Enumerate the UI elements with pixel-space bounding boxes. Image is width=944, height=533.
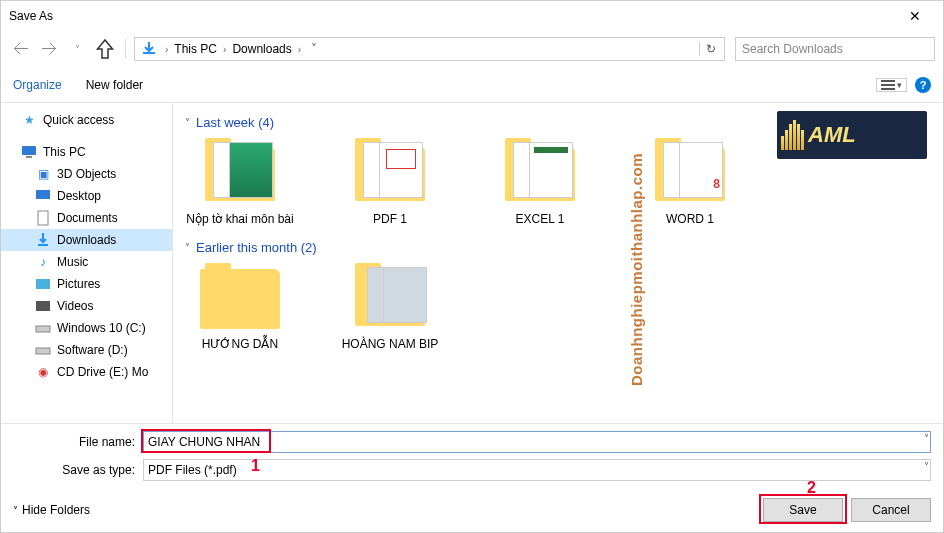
- search-input[interactable]: Search Downloads: [735, 37, 935, 61]
- organize-menu[interactable]: Organize: [13, 78, 62, 92]
- pictures-icon: [35, 276, 51, 292]
- folder-item[interactable]: EXCEL 1: [485, 138, 595, 226]
- address-bar: 🡠 🡢 ˅ › This PC › Downloads › ˅ ↻ Search…: [1, 31, 943, 67]
- folder-item[interactable]: HƯỚNG DẪN: [185, 263, 295, 351]
- chevron-down-icon: ˅: [185, 242, 190, 253]
- videos-icon: [35, 298, 51, 314]
- cd-icon: ◉: [35, 364, 51, 380]
- chevron-right-icon: ›: [161, 44, 172, 55]
- chevron-down-icon: ˅: [185, 117, 190, 128]
- svg-rect-1: [26, 156, 32, 158]
- svg-rect-2: [36, 190, 50, 199]
- recent-dropdown[interactable]: ˅: [65, 37, 89, 61]
- close-button[interactable]: ✕: [895, 8, 935, 24]
- sidebar-documents[interactable]: Documents: [1, 207, 172, 229]
- forward-button: 🡢: [37, 37, 61, 61]
- drive-icon: [35, 320, 51, 336]
- savetype-combo[interactable]: PDF Files (*.pdf): [143, 459, 931, 481]
- title-bar: Save As ✕: [1, 1, 943, 31]
- breadcrumb-thispc[interactable]: This PC: [172, 42, 219, 56]
- back-button[interactable]: 🡠: [9, 37, 33, 61]
- svg-rect-7: [36, 348, 50, 354]
- sidebar-cd-drive[interactable]: ◉CD Drive (E:) Mo: [1, 361, 172, 383]
- annotation-marker-2: 2: [807, 479, 816, 497]
- download-icon: [35, 232, 51, 248]
- hide-folders-toggle[interactable]: ˅ Hide Folders: [13, 503, 90, 517]
- document-icon: [35, 210, 51, 226]
- sidebar-pictures[interactable]: Pictures: [1, 273, 172, 295]
- svg-rect-3: [38, 211, 48, 225]
- sidebar-3d-objects[interactable]: ▣3D Objects: [1, 163, 172, 185]
- sidebar-this-pc[interactable]: This PC: [1, 141, 172, 163]
- desktop-icon: [35, 188, 51, 204]
- folder-item[interactable]: Nộp tờ khai môn bài: [185, 138, 295, 226]
- save-button[interactable]: Save: [763, 498, 843, 522]
- svg-rect-5: [36, 301, 50, 311]
- dialog-buttons: ˅ Hide Folders Save Cancel: [1, 490, 943, 530]
- download-folder-icon: [141, 41, 157, 57]
- drive-icon: [35, 342, 51, 358]
- filename-input[interactable]: [143, 431, 931, 453]
- breadcrumb-dropdown[interactable]: ˅: [305, 42, 323, 56]
- chevron-right-icon: ›: [294, 44, 305, 55]
- toolbar: Organize New folder ▾ ?: [1, 67, 943, 103]
- list-icon: [881, 80, 895, 90]
- music-icon: ♪: [35, 254, 51, 270]
- cancel-button[interactable]: Cancel: [851, 498, 931, 522]
- svg-rect-0: [22, 146, 36, 155]
- navigation-sidebar: ★ Quick access This PC ▣3D Objects Deskt…: [1, 103, 173, 423]
- group-earlier[interactable]: ˅ Earlier this month (2): [185, 240, 931, 255]
- annotation-marker-1: 1: [251, 457, 260, 475]
- save-fields: File name: ˅ Save as type: PDF Files (*.…: [1, 423, 943, 490]
- sidebar-music[interactable]: ♪Music: [1, 251, 172, 273]
- search-placeholder: Search Downloads: [742, 42, 843, 56]
- sidebar-drive-c[interactable]: Windows 10 (C:): [1, 317, 172, 339]
- filename-dropdown[interactable]: ˅: [924, 433, 929, 444]
- breadcrumb[interactable]: › This PC › Downloads › ˅ ↻: [134, 37, 725, 61]
- monitor-icon: [21, 144, 37, 160]
- sidebar-videos[interactable]: Videos: [1, 295, 172, 317]
- star-icon: ★: [21, 112, 37, 128]
- breadcrumb-downloads[interactable]: Downloads: [230, 42, 293, 56]
- aml-logo: AML: [777, 111, 927, 159]
- savetype-label: Save as type:: [13, 463, 143, 477]
- chevron-right-icon: ›: [219, 44, 230, 55]
- refresh-button[interactable]: ↻: [699, 42, 722, 56]
- new-folder-button[interactable]: New folder: [86, 78, 143, 92]
- filename-label: File name:: [13, 435, 143, 449]
- help-button[interactable]: ?: [915, 77, 931, 93]
- sidebar-quick-access[interactable]: ★ Quick access: [1, 109, 172, 131]
- sidebar-downloads[interactable]: Downloads: [1, 229, 172, 251]
- cube-icon: ▣: [35, 166, 51, 182]
- folder-item[interactable]: PDF 1: [335, 138, 445, 226]
- up-button[interactable]: [93, 37, 117, 61]
- chevron-down-icon: ˅: [13, 505, 18, 516]
- svg-rect-6: [36, 326, 50, 332]
- view-options-button[interactable]: ▾: [876, 78, 907, 92]
- sidebar-desktop[interactable]: Desktop: [1, 185, 172, 207]
- folder-item[interactable]: 8 WORD 1: [635, 138, 745, 226]
- savetype-dropdown[interactable]: ˅: [924, 461, 929, 472]
- svg-rect-4: [36, 279, 50, 289]
- window-title: Save As: [9, 9, 895, 23]
- watermark-text: Doanhnghiepmoithanhlap.com: [628, 153, 645, 386]
- sidebar-drive-d[interactable]: Software (D:): [1, 339, 172, 361]
- folder-item[interactable]: HOÀNG NAM BIP: [335, 263, 445, 351]
